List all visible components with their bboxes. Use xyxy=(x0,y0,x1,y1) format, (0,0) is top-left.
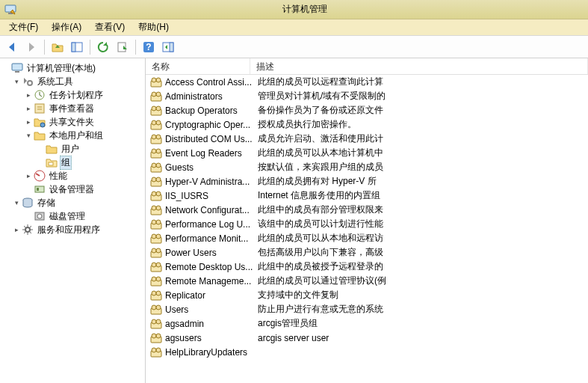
group-icon xyxy=(150,190,162,202)
group-description: 授权成员执行加密操作。 xyxy=(253,118,588,131)
action-pane-button[interactable] xyxy=(159,38,177,56)
app-icon xyxy=(4,4,16,16)
tree-task-scheduler[interactable]: ▸任务计划程序 xyxy=(1,88,145,102)
group-name: Administrators xyxy=(165,91,253,102)
list-item[interactable]: Guests按默认值，来宾跟用户组的成员 xyxy=(146,160,588,174)
list-item[interactable]: Performance Monit...此组的成员可以从本地和远程访 xyxy=(146,231,588,245)
list-item[interactable]: agsusersarcgis server user xyxy=(146,331,588,345)
tree-performance[interactable]: ▸性能 xyxy=(1,169,145,183)
svg-rect-25 xyxy=(170,43,173,52)
list-item[interactable]: Performance Log U...该组中的成员可以计划进行性能 xyxy=(146,217,588,231)
group-icon xyxy=(150,289,162,301)
toolbar: ? xyxy=(0,36,588,58)
group-name: Performance Monit... xyxy=(165,233,253,244)
tree-event-viewer[interactable]: ▸事件查看器 xyxy=(1,102,145,115)
group-description: 此组中的成员有部分管理权限来 xyxy=(253,203,588,216)
tree-device-manager[interactable]: 设备管理器 xyxy=(1,183,145,196)
menu-bar: 文件(F) 操作(A) 查看(V) 帮助(H) xyxy=(0,19,588,36)
group-description: 管理员对计算机/域有不受限制的 xyxy=(253,90,588,102)
column-description[interactable]: 描述 xyxy=(250,58,588,74)
group-name: Power Users xyxy=(165,248,253,258)
folder-up-button[interactable] xyxy=(49,38,66,56)
back-button[interactable] xyxy=(3,38,21,56)
tree-disk-management[interactable]: 磁盘管理 xyxy=(1,209,145,223)
group-name: Cryptographic Oper... xyxy=(165,120,253,130)
group-name: Event Log Readers xyxy=(165,148,253,159)
list-item[interactable]: Users防止用户进行有意或无意的系统 xyxy=(146,302,588,316)
group-name: Distributed COM Us... xyxy=(165,134,253,144)
expander-icon[interactable]: ▸ xyxy=(12,225,21,234)
list-item[interactable]: Remote Manageme...此组的成员可以通过管理协议(例 xyxy=(146,274,588,288)
expander-icon[interactable]: ▾ xyxy=(24,131,33,140)
list-item[interactable]: Remote Desktop Us...此组中的成员被授予远程登录的 xyxy=(146,260,588,274)
group-name: Access Control Assi... xyxy=(165,77,253,88)
list-item[interactable]: Administrators管理员对计算机/域有不受限制的 xyxy=(146,89,588,103)
group-name: Remote Manageme... xyxy=(165,276,253,287)
group-name: Performance Log U... xyxy=(165,219,253,230)
tree-system-tools[interactable]: ▾系统工具 xyxy=(1,75,145,88)
group-icon xyxy=(150,261,162,273)
list-item[interactable]: Replicator支持域中的文件复制 xyxy=(146,288,588,302)
group-name: Remote Desktop Us... xyxy=(165,262,253,272)
panes-button[interactable] xyxy=(68,38,86,56)
group-icon xyxy=(150,105,162,117)
toolbar-separator xyxy=(135,40,136,55)
list-item[interactable]: Backup Operators备份操作员为了备份或还原文件 xyxy=(146,103,588,117)
group-icon xyxy=(150,233,162,245)
group-name: agsadmin xyxy=(165,319,253,329)
navigation-tree[interactable]: 计算机管理(本地) ▾系统工具 ▸任务计划程序 ▸事件查看器 ▸共享文件夹 ▾本… xyxy=(0,58,146,383)
list-item[interactable]: Access Control Assi...此组的成员可以远程查询此计算 xyxy=(146,75,588,89)
group-icon xyxy=(150,133,162,145)
menu-action[interactable]: 操作(A) xyxy=(46,19,87,35)
expander-icon[interactable]: ▸ xyxy=(24,104,33,113)
group-icon xyxy=(150,247,162,259)
list-item[interactable]: Hyper-V Administra...此组的成员拥有对 Hyper-V 所 xyxy=(146,174,588,189)
tree-storage[interactable]: ▾存储 xyxy=(1,196,145,209)
toolbar-separator xyxy=(90,40,90,55)
group-name: Network Configurat... xyxy=(165,205,253,215)
tree-root[interactable]: 计算机管理(本地) xyxy=(1,61,145,75)
tree-users[interactable]: 用户 xyxy=(1,142,145,156)
expander-icon[interactable]: ▾ xyxy=(12,77,21,86)
group-name: Backup Operators xyxy=(165,105,253,116)
group-icon xyxy=(150,204,162,216)
tree-services-apps[interactable]: ▸服务和应用程序 xyxy=(1,223,145,236)
expander-icon[interactable] xyxy=(1,64,10,73)
tree-shared-folders[interactable]: ▸共享文件夹 xyxy=(1,115,145,129)
list-item[interactable]: Cryptographic Oper...授权成员执行加密操作。 xyxy=(146,117,588,132)
list-item[interactable]: HelpLibraryUpdaters xyxy=(146,345,588,359)
menu-view[interactable]: 查看(V) xyxy=(89,19,131,35)
group-name: Replicator xyxy=(165,290,253,301)
tree-groups[interactable]: 组 xyxy=(1,156,145,169)
export-button[interactable] xyxy=(114,38,131,56)
expander-icon[interactable]: ▸ xyxy=(24,117,33,126)
group-icon xyxy=(150,346,162,358)
column-name[interactable]: 名称 xyxy=(146,58,250,74)
list-item[interactable]: Event Log Readers此组的成员可以从本地计算机中 xyxy=(146,146,588,160)
svg-text:?: ? xyxy=(146,42,151,52)
menu-file[interactable]: 文件(F) xyxy=(3,19,44,35)
list-item[interactable]: agsadminarcgis管理员组 xyxy=(146,316,588,331)
group-name: IIS_IUSRS xyxy=(165,191,253,201)
expander-icon[interactable]: ▸ xyxy=(24,171,33,180)
list-item[interactable]: Network Configurat...此组中的成员有部分管理权限来 xyxy=(146,203,588,217)
group-description: 此组的成员可以从本地和远程访 xyxy=(253,232,588,245)
list-item[interactable]: Distributed COM Us...成员允许启动、激活和使用此计 xyxy=(146,132,588,146)
expander-icon[interactable]: ▾ xyxy=(12,198,21,207)
group-description: Internet 信息服务使用的内置组 xyxy=(253,189,588,202)
group-description: 支持域中的文件复制 xyxy=(253,289,588,301)
group-description: 防止用户进行有意或无意的系统 xyxy=(253,303,588,316)
group-description: 此组的成员可以通过管理协议(例 xyxy=(253,275,588,287)
refresh-button[interactable] xyxy=(94,38,112,56)
tree-local-users-groups[interactable]: ▾本地用户和组 xyxy=(1,129,145,142)
list-item[interactable]: IIS_IUSRSInternet 信息服务使用的内置组 xyxy=(146,189,588,203)
group-description: arcgis管理员组 xyxy=(253,317,588,330)
group-icon xyxy=(150,318,162,330)
help-button[interactable]: ? xyxy=(140,38,158,56)
expander-icon[interactable]: ▸ xyxy=(24,91,33,99)
forward-button[interactable] xyxy=(22,38,40,56)
list-item[interactable]: Power Users包括高级用户以向下兼容，高级 xyxy=(146,245,588,260)
group-description: 备份操作员为了备份或还原文件 xyxy=(253,104,588,117)
list-body[interactable]: Access Control Assi...此组的成员可以远程查询此计算Admi… xyxy=(146,75,588,383)
menu-help[interactable]: 帮助(H) xyxy=(132,19,175,35)
